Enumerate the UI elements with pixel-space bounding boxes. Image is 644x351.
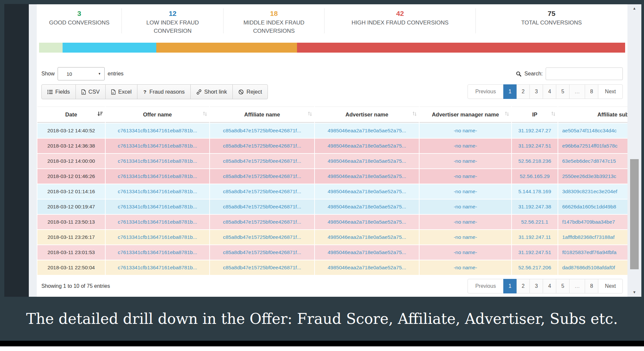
advertiser-manager-link[interactable]: -no name- [454,249,477,255]
affiliate-sub1-link[interactable]: 3d8309c8231ec3e204ef [562,189,617,194]
affiliate-link[interactable]: c85a8db47e15725bf0ee426871f... [223,189,301,194]
column-header-affiliate-sub1[interactable]: Affiliate sub1 [558,107,627,123]
affiliate-sub1-link[interactable]: dad87686d5108afdaf0f [562,265,615,270]
advertiser-link[interactable]: 4985046eaa2a718e0a5ae52a75... [327,143,406,149]
column-header-advertiser-name[interactable]: Advertiser name [315,107,419,123]
next-page-button[interactable]: Next [598,279,623,293]
svg-text:?: ? [143,89,146,95]
ip-link[interactable]: 52.56.165.29 [520,173,550,179]
affiliate-sub1-link[interactable]: e96b6a72514ff01fa578c [562,143,618,149]
offer-link[interactable]: c7613341cfb13647161eba8781b... [118,234,197,240]
ip-link[interactable]: 52.56.217.206 [518,265,551,270]
scroll-down-icon[interactable]: ▼ [627,290,641,294]
column-header-date[interactable]: Date [37,107,105,123]
advertiser-manager-link[interactable]: -no name- [454,234,477,240]
column-header-ip[interactable]: IP [512,107,558,123]
advertiser-link[interactable]: 4985046eaa2a718e0a5ae52a75... [327,189,406,194]
advertiser-link[interactable]: 4985046eaa2a718e0a5ae52a75... [327,249,406,255]
affiliate-sub1-link[interactable]: f147bdb4709baa34be7 [562,219,615,225]
offer-link[interactable]: c7613341cfb13647161eba8781b... [118,219,197,225]
advertiser-link[interactable]: 4985046eaa2a718e0a5ae52a75... [327,219,406,225]
fraud-reasons-button[interactable]: ?Fraud reasons [137,84,190,99]
affiliate-link[interactable]: c85a8db47e15725bf0ee426871f... [223,158,301,164]
advertiser-link[interactable]: 4985046eaa2a718e0a5ae52a75... [327,265,406,270]
page-button-4[interactable]: 4 [543,84,556,99]
advertiser-manager-link[interactable]: -no name- [454,189,477,194]
scroll-up-icon[interactable]: ▲ [627,6,641,10]
short-link-button[interactable]: Short link [190,84,233,99]
advertiser-manager-link[interactable]: -no name- [454,128,477,133]
affiliate-link[interactable]: c85a8db47e15725bf0ee426871f... [223,173,301,179]
affiliate-link[interactable]: c85a8db47e15725bf0ee426871f... [223,204,301,209]
advertiser-manager-link[interactable]: -no name- [454,158,477,164]
ip-link[interactable]: 52.56.218.236 [518,158,551,164]
page-button-8[interactable]: 8 [585,84,598,99]
page-button-4[interactable]: 4 [543,279,556,293]
excel-button[interactable]: xExcel [105,84,137,99]
scrollbar-thumb[interactable] [630,159,639,269]
ip-link[interactable]: 52.56.221.1 [521,219,548,225]
ip-link[interactable]: 31.192.247.11 [519,234,551,240]
page-button-1[interactable]: 1 [503,279,517,293]
advertiser-link[interactable]: 4985046eaa2a718e0a5ae52a75... [327,128,406,133]
affiliate-link[interactable]: c85a8db47e15725bf0ee426871f... [223,234,301,240]
previous-page-button[interactable]: Previous [468,279,503,293]
offer-link[interactable]: c7613341cfb13647161eba8781b... [118,143,197,149]
advertiser-link[interactable]: 4985046eaa2a718e0a5ae52a75... [327,204,406,209]
column-header-advertiser-manager-name[interactable]: Advertiser manager name [420,107,511,123]
reject-button[interactable]: Reject [232,84,268,99]
column-header-affiliate-name[interactable]: Affiliate name [210,107,314,123]
page-button-2[interactable]: 2 [517,84,530,99]
page-button-5[interactable]: 5 [556,279,570,293]
affiliate-link[interactable]: c85a8db47e15725bf0ee426871f... [223,265,301,270]
advertiser-manager-link[interactable]: -no name- [454,219,477,225]
page-size-select[interactable]: 10 ▼ [58,67,105,80]
advertiser-link[interactable]: 4985046eaa2a718e0a5ae52a75... [327,173,406,179]
ip-link[interactable]: 5.144.178.169 [518,189,551,194]
affiliate-sub1-link[interactable]: 1afffdb82368cf73188af [562,234,615,240]
offer-link[interactable]: c7613341cfb13647161eba8781b... [118,128,197,133]
ip-link[interactable]: 31.192.247.27 [518,128,551,133]
offer-link[interactable]: c7613341cfb13647161eba8781b... [118,158,197,164]
previous-page-button[interactable]: Previous [468,84,503,99]
page-button-3[interactable]: 3 [529,279,543,293]
page-button-1[interactable]: 1 [503,84,517,99]
affiliate-link[interactable]: c85a8db47e15725bf0ee426871f... [223,128,301,133]
page-button-5[interactable]: 5 [556,84,570,99]
page-ellipsis[interactable]: … [569,279,585,293]
advertiser-manager-link[interactable]: -no name- [454,143,477,149]
affiliate-link[interactable]: c85a8db47e15725bf0ee426871f... [223,143,301,149]
fields-button[interactable]: Fields [41,84,76,99]
offer-link[interactable]: c7613341cfb13647161eba8781b... [118,204,197,209]
affiliate-sub1-link[interactable]: 63e5eb6dec7d8747c15 [562,158,616,164]
offer-link[interactable]: c7613341cfb13647161eba8781b... [118,173,197,179]
page-button-2[interactable]: 2 [517,279,530,293]
offer-link[interactable]: c7613341cfb13647161eba8781b... [118,189,197,194]
ip-link[interactable]: 31.192.247.38 [518,204,551,209]
ip-link[interactable]: 31.192.247.51 [518,143,551,149]
offer-link[interactable]: c7613341cfb13647161eba8781b... [118,249,197,255]
advertiser-link[interactable]: 4985046eaa2a718e0a5ae52a75... [327,234,406,240]
advertiser-manager-link[interactable]: -no name- [454,265,477,270]
page-button-3[interactable]: 3 [529,84,543,99]
cell-aff: c85a8db47e15725bf0ee426871f... [210,169,314,184]
ip-link[interactable]: 31.192.247.51 [518,249,551,255]
search-input[interactable] [546,67,623,80]
affiliate-link[interactable]: c85a8db47e15725bf0ee426871f... [223,249,301,255]
page-button-8[interactable]: 8 [585,279,598,293]
csv-button[interactable]: xCSV [75,84,106,99]
advertiser-manager-link[interactable]: -no name- [454,173,477,179]
affiliate-sub1-link[interactable]: f01825837edf76a94fbfa [562,249,617,255]
next-page-button[interactable]: Next [598,84,623,99]
page-size-value: 10 [67,71,72,77]
affiliate-sub1-link[interactable]: 66626da1605c1dd49b8 [562,204,616,209]
column-header-offer-name[interactable]: Offer name [106,107,209,123]
page-ellipsis[interactable]: … [569,84,585,99]
advertiser-link[interactable]: 4985046eaa2a718e0a5ae52a75... [327,158,406,164]
advertiser-manager-link[interactable]: -no name- [454,204,477,209]
affiliate-sub1-link[interactable]: ae505a74f1148cc34d4c [562,128,617,133]
affiliate-link[interactable]: c85a8db47e15725bf0ee426871f... [223,219,301,225]
offer-link[interactable]: c7613341cfb13647161eba8781b... [118,265,197,270]
svg-text:x: x [112,91,114,94]
affiliate-sub1-link[interactable]: 2550ee26d3e3b39213c [562,173,616,179]
